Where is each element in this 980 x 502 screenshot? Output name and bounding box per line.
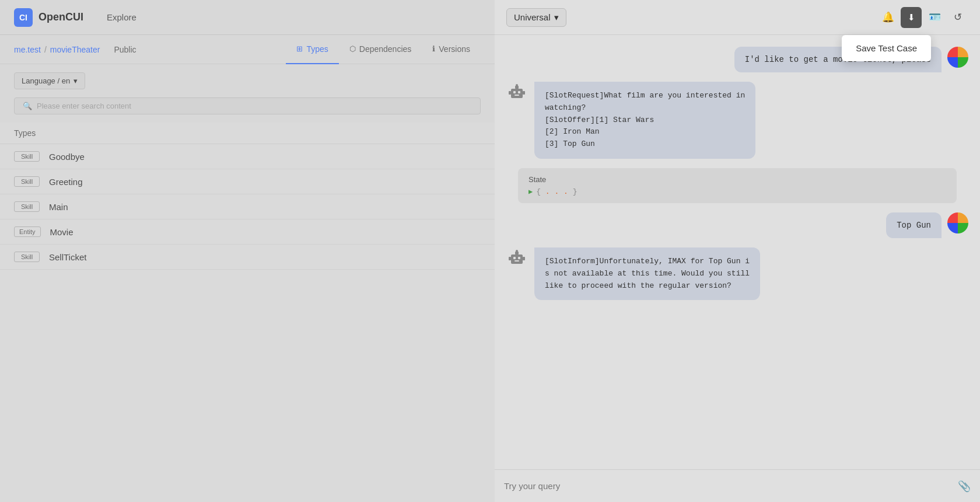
svg-rect-9 (513, 257, 516, 259)
state-label: State (528, 175, 946, 184)
table-row[interactable]: Skill SellTicket (0, 245, 495, 270)
bot-bubble-2: [SlotInform]Unfortunately, IMAX for Top … (534, 247, 760, 300)
bot-avatar-1 (506, 82, 527, 103)
breadcrumb-separator: / (44, 45, 47, 54)
query-input[interactable] (504, 481, 952, 491)
explore-link[interactable]: Explore (107, 12, 136, 22)
type-goodbye: Goodbye (49, 152, 85, 162)
table-row[interactable]: Skill Goodbye (0, 144, 495, 169)
tabs: ⊞ Types ⬡ Dependencies ℹ Versions (286, 35, 481, 64)
download-button[interactable]: ⬇ (901, 7, 922, 28)
svg-rect-0 (511, 89, 523, 98)
app-title: OpenCUI (38, 11, 83, 23)
user-message-2: Top Gun (506, 212, 968, 238)
dependencies-icon: ⬡ (349, 44, 356, 53)
right-header: Universal ▾ 🔔 ⬇ 🪪 ↺ (495, 0, 980, 35)
svg-rect-11 (514, 260, 519, 262)
bottom-input: 📎 (495, 469, 980, 502)
breadcrumb: me.test / movieTheater (14, 45, 100, 54)
svg-rect-10 (518, 257, 520, 259)
contact-button[interactable]: 🪪 (924, 7, 945, 28)
types-table: Types Skill Goodbye Skill Greeting Skill… (0, 123, 495, 270)
type-main: Main (49, 202, 68, 212)
svg-rect-3 (514, 95, 519, 96)
svg-rect-1 (513, 91, 516, 93)
save-test-case-popup[interactable]: Save Test Case (842, 35, 931, 61)
universal-label: Universal (514, 12, 551, 22)
type-sellticket: SellTicket (49, 252, 86, 262)
badge-goodbye: Skill (14, 151, 40, 162)
contact-icon: 🪪 (929, 11, 941, 23)
user-bubble-2: Top Gun (886, 212, 942, 238)
type-movie: Movie (50, 227, 74, 237)
search-bar[interactable]: 🔍 Please enter search content (14, 97, 481, 114)
public-button[interactable]: Public (114, 45, 136, 54)
svg-rect-7 (523, 91, 525, 95)
universal-select[interactable]: Universal ▾ (506, 8, 566, 27)
table-header: Types (0, 123, 495, 144)
badge-movie: Entity (14, 226, 41, 237)
chevron-down-icon: ▾ (74, 76, 78, 85)
badge-main: Skill (14, 201, 40, 212)
breadcrumb-current[interactable]: movieTheater (50, 45, 100, 54)
svg-point-5 (516, 84, 518, 86)
table-row[interactable]: Entity Movie (0, 219, 495, 245)
badge-sellticket: Skill (14, 252, 40, 262)
search-wrapper: 🔍 Please enter search content (0, 97, 495, 123)
language-select[interactable]: Language / en ▾ (14, 72, 85, 89)
breadcrumb-parent[interactable]: me.test (14, 45, 41, 54)
tab-types[interactable]: ⊞ Types (286, 35, 338, 64)
top-bar: CI OpenCUI Explore (0, 0, 495, 35)
filter-bar: Language / en ▾ (0, 64, 495, 97)
right-panel: Universal ▾ 🔔 ⬇ 🪪 ↺ Save Test Case I'd l… (495, 0, 980, 502)
state-block: State ▶ { . . . } (518, 168, 957, 203)
svg-rect-6 (509, 91, 511, 95)
bell-button[interactable]: 🔔 (877, 7, 898, 28)
content-area: Types Skill Goodbye Skill Greeting Skill… (0, 123, 495, 502)
bot-message-2: [SlotInform]Unfortunately, IMAX for Top … (506, 247, 968, 300)
table-row[interactable]: Skill Main (0, 194, 495, 219)
save-test-case-label: Save Test Case (856, 43, 917, 53)
expand-arrow-icon[interactable]: ▶ (528, 187, 533, 196)
attach-icon[interactable]: 📎 (958, 480, 971, 493)
user-avatar-1 (947, 47, 968, 68)
tab-dependencies[interactable]: ⬡ Dependencies (339, 35, 422, 64)
bot-bubble-1: [SlotRequest]What film are you intereste… (534, 82, 755, 159)
svg-rect-8 (511, 255, 523, 264)
download-icon: ⬇ (908, 12, 915, 23)
header-icons: 🔔 ⬇ 🪪 ↺ (877, 7, 968, 28)
svg-rect-14 (509, 257, 511, 260)
svg-point-13 (516, 250, 518, 252)
user-avatar-2 (947, 212, 968, 233)
badge-greeting: Skill (14, 176, 40, 187)
breadcrumb-bar: me.test / movieTheater Public ⊞ Types ⬡ … (0, 35, 495, 64)
versions-icon: ℹ (432, 44, 435, 53)
search-icon: 🔍 (23, 102, 32, 110)
logo: CI (14, 8, 33, 27)
type-greeting: Greeting (49, 177, 83, 187)
chat-area: I'd like to get a movie ticket, please [… (495, 35, 980, 469)
json-content: { . . . } (536, 187, 577, 196)
tab-versions[interactable]: ℹ Versions (422, 35, 481, 64)
state-json: ▶ { . . . } (528, 187, 946, 196)
refresh-icon: ↺ (954, 11, 962, 23)
types-icon: ⊞ (296, 44, 303, 53)
svg-rect-2 (518, 91, 520, 93)
svg-rect-15 (523, 257, 525, 260)
bot-message-1: [SlotRequest]What film are you intereste… (506, 82, 968, 159)
table-row[interactable]: Skill Greeting (0, 169, 495, 194)
refresh-button[interactable]: ↺ (947, 7, 968, 28)
chevron-down-icon: ▾ (554, 12, 559, 23)
left-panel: CI OpenCUI Explore me.test / movieTheate… (0, 0, 495, 502)
bell-icon: 🔔 (882, 11, 894, 23)
bot-avatar-2 (506, 247, 527, 269)
